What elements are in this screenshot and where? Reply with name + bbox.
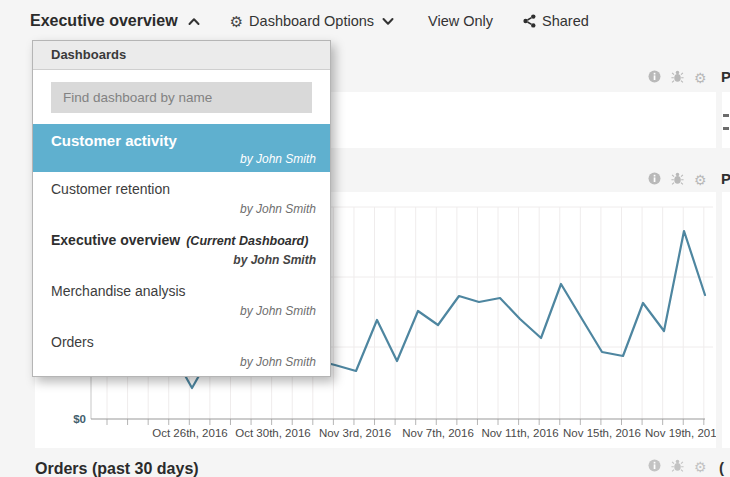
bug-icon[interactable] (671, 70, 684, 86)
dashboard-name: Customer retention (51, 181, 316, 197)
dashboard-options-button[interactable]: ⚙ Dashboard Options (230, 13, 394, 29)
dashboard-item-customer-activity[interactable]: Customer activity by John Smith (33, 124, 330, 172)
dashboard-name: Merchandise analysis (51, 283, 316, 299)
dashboard-item-merchandise-analysis[interactable]: Merchandise analysis by John Smith (33, 274, 330, 325)
orders-widget-title: Orders (past 30 days) (35, 460, 199, 477)
svg-text:Nov 7th, 2016: Nov 7th, 2016 (402, 427, 474, 439)
bug-icon[interactable] (671, 172, 684, 188)
share-icon (523, 14, 536, 28)
chevron-down-icon (382, 17, 394, 26)
dashboard-search (33, 70, 330, 124)
right-widget2-body (722, 192, 730, 448)
view-only-label: View Only (428, 13, 493, 29)
dashboard-options-label: Dashboard Options (249, 13, 374, 29)
svg-text:Nov 11th, 2016: Nov 11th, 2016 (481, 427, 558, 439)
dashboard-name: Orders (51, 334, 316, 350)
dashboard-author: by John Smith (51, 152, 316, 166)
gear-icon[interactable]: ⚙ (694, 71, 707, 85)
topbar: Executive overview ⚙ Dashboard Options V… (0, 0, 730, 42)
svg-text:Oct 26th, 2016: Oct 26th, 2016 (152, 427, 227, 439)
shared-label: Shared (542, 13, 589, 29)
dashboard-author: by John Smith (51, 304, 316, 318)
dashboard-author: by John Smith (51, 355, 316, 369)
gear-icon[interactable]: ⚙ (694, 460, 707, 474)
widget3-toolbar: ⚙ (648, 459, 707, 475)
right-widget1-partial-title: P (721, 68, 730, 86)
svg-text:Nov 19th, 2016: Nov 19th, 2016 (645, 427, 716, 439)
info-icon[interactable] (648, 172, 661, 188)
chevron-up-icon[interactable] (188, 17, 200, 26)
info-icon[interactable] (648, 70, 661, 86)
dashboard-author: by John Smith (51, 202, 316, 216)
right-widget2-partial-title: P (721, 170, 730, 188)
dashboard-item-customer-retention[interactable]: Customer retention by John Smith (33, 172, 330, 223)
widget1-toolbar: ⚙ (648, 70, 707, 86)
truncated-text (723, 114, 729, 117)
right-widget3-partial-title: ( (719, 459, 729, 477)
svg-text:Nov 3rd, 2016: Nov 3rd, 2016 (319, 427, 391, 439)
svg-text:Nov 15th, 2016: Nov 15th, 2016 (563, 427, 641, 439)
dropdown-header: Dashboards (33, 41, 330, 70)
svg-text:$0: $0 (73, 413, 86, 425)
bug-icon[interactable] (671, 459, 684, 475)
truncated-text (723, 127, 729, 130)
page-title[interactable]: Executive overview (30, 12, 178, 30)
dashboard-name: Executive overview (51, 232, 180, 248)
gear-icon[interactable]: ⚙ (694, 173, 707, 187)
dashboards-dropdown: Dashboards Customer activity by John Smi… (32, 40, 331, 377)
dashboard-search-input[interactable] (51, 82, 312, 113)
gear-icon: ⚙ (230, 14, 243, 29)
right-widget1-body (722, 92, 730, 148)
dashboard-item-executive-overview[interactable]: Executive overview(Current Dashboard) by… (33, 223, 330, 274)
widget2-toolbar: ⚙ (648, 172, 707, 188)
info-icon[interactable] (648, 459, 661, 475)
svg-text:Oct 30th, 2016: Oct 30th, 2016 (235, 427, 310, 439)
shared-button[interactable]: Shared (523, 13, 589, 29)
dashboard-author: by John Smith (51, 253, 316, 267)
dashboard-item-orders[interactable]: Orders by John Smith (33, 325, 330, 376)
dashboard-name: Customer activity (51, 132, 316, 149)
current-dashboard-tag: (Current Dashboard) (186, 234, 308, 248)
